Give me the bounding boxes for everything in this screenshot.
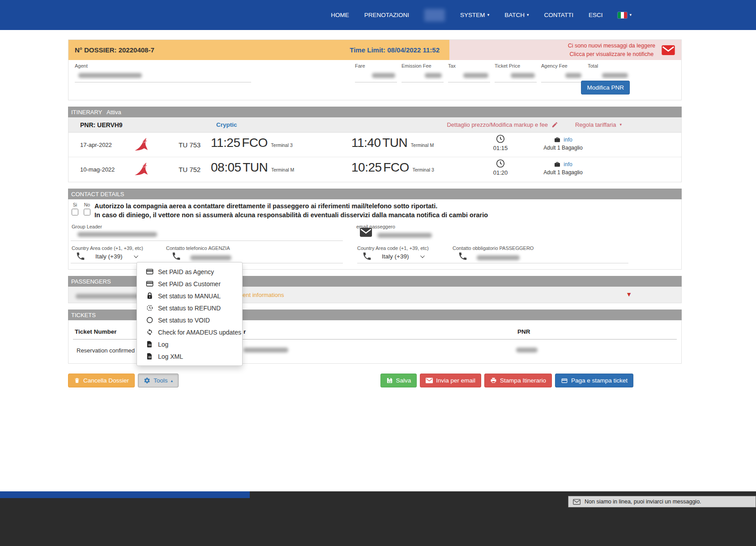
ticket-price-field[interactable]: [495, 69, 537, 82]
departure-segment: 11:25 FCO Terminal 3: [211, 136, 293, 150]
trash-icon: [74, 377, 80, 384]
fare-rule-link[interactable]: Regola tariffaria ▾: [575, 121, 622, 128]
menu-log-xml[interactable]: Log XML: [137, 350, 242, 362]
baggage-info-link[interactable]: info: [564, 161, 572, 168]
cryptic-link[interactable]: Cryptic: [216, 121, 237, 128]
arrival-segment: 11:40 TUN Terminal M: [351, 136, 434, 150]
menu-set-paid-customer[interactable]: Set PAID as Customer: [137, 278, 242, 290]
clock-icon: [495, 134, 505, 144]
language-selector[interactable]: ▾: [618, 12, 632, 18]
emission-fee-field[interactable]: [401, 69, 444, 82]
chevron-down-icon: ▾: [619, 123, 622, 127]
phone-icon: [171, 251, 181, 261]
chevron-down-icon: ▾: [527, 13, 529, 17]
airline-logo-icon: [131, 162, 150, 176]
country-code-select-passenger[interactable]: Italy (+39): [382, 253, 423, 260]
cancella-dossier-button[interactable]: Cancella Dossier: [68, 374, 135, 387]
stampa-itinerario-button[interactable]: Stampa Itinerario: [484, 374, 552, 387]
agency-fee-label: Agency Fee: [541, 63, 568, 69]
passenger-informations-link[interactable]: ent informations: [243, 292, 284, 298]
passenger-phone-label: Contatto obbligatorio PASSEGGERO: [453, 245, 534, 251]
menu-check-amadeus-updates[interactable]: Check for AMADEUS updates: [137, 326, 242, 338]
chat-widget[interactable]: Non siamo in linea, puoi inviarci un mes…: [568, 496, 756, 507]
agency-phone-field[interactable]: [190, 254, 231, 261]
redacted-value: [511, 73, 535, 78]
passengers-title: PASSENGERS: [71, 278, 111, 285]
agency-fee-field[interactable]: [541, 69, 583, 82]
itinerary-title: ITINERARY: [71, 109, 102, 116]
modifica-pnr-button[interactable]: Modifica PNR: [581, 81, 630, 95]
menu-log[interactable]: Log: [137, 338, 242, 350]
briefcase-icon: [554, 161, 561, 168]
nav-active-item-redacted[interactable]: [424, 9, 445, 21]
expand-caret-icon[interactable]: ▼: [626, 291, 632, 298]
chevron-down-icon: [420, 254, 425, 258]
col-ticket-number: Ticket Number: [75, 328, 117, 335]
paga-stampa-ticket-button[interactable]: Paga e stampa ticket: [555, 374, 633, 387]
passenger-email-field[interactable]: [377, 232, 432, 238]
footer-blue-strip: [0, 491, 250, 498]
action-bar: Cancella Dossier Tools ▴ Salva Invia per…: [68, 374, 682, 387]
nav-esci[interactable]: ESCI: [589, 12, 603, 18]
fare-label: Fare: [355, 63, 365, 69]
redacted-value: [602, 73, 628, 78]
refresh-icon: [146, 328, 154, 336]
dossier-number: N° DOSSIER: 20220408-7: [75, 46, 154, 54]
messages-notice[interactable]: Ci sono nuovi messaggi da leggere Clicca…: [449, 40, 681, 60]
contact-details-section: CONTACT DETAILS Si No Autorizzo la compa…: [68, 189, 682, 270]
nav-contatti[interactable]: CONTATTI: [544, 12, 573, 18]
briefcase-icon: [554, 136, 561, 143]
menu-set-paid-agency[interactable]: Set PAID as Agency: [137, 266, 242, 278]
group-leader-field[interactable]: [77, 231, 157, 237]
agent-field[interactable]: [75, 69, 251, 82]
nav-prenotazioni[interactable]: PRENOTAZIONI: [364, 12, 409, 18]
invia-email-button[interactable]: Invia per email: [420, 374, 481, 387]
tools-button[interactable]: Tools ▴: [138, 374, 179, 387]
redacted-value: [516, 348, 538, 353]
emission-fee-label: Emission Fee: [401, 63, 431, 69]
nav-home[interactable]: HOME: [331, 12, 349, 18]
menu-set-status-refund[interactable]: Set status to REFUND: [137, 302, 242, 314]
credit-card-icon: [146, 268, 154, 275]
field-underline: [357, 263, 628, 263]
authorization-line1: Autorizzo la compagnia aerea a contattar…: [94, 202, 437, 210]
mail-icon[interactable]: [662, 45, 675, 55]
contact-title: CONTACT DETAILS: [71, 191, 124, 198]
flight-row: 17-apr-2022 TU 753 11:25 FCO Terminal 3 …: [68, 133, 681, 157]
tax-field[interactable]: [448, 69, 490, 82]
redacted-value: [425, 73, 442, 78]
nav-batch[interactable]: BATCH▾: [504, 12, 529, 18]
history-icon: [146, 304, 154, 312]
credit-card-icon: [561, 378, 568, 384]
save-icon: [386, 377, 393, 384]
price-detail-link[interactable]: Dettaglio prezzo/Modifica markup e fee: [447, 121, 558, 128]
menu-set-status-void[interactable]: Set status to VOID: [137, 314, 242, 326]
fare-field[interactable]: [355, 69, 397, 82]
nav-system[interactable]: SYSTEM▾: [460, 12, 489, 18]
flight-row: 10-mag-2022 TU 752 08:05 TUN Terminal M …: [68, 157, 681, 182]
chevron-down-icon: [134, 254, 138, 258]
top-navbar: HOME PRENOTAZIONI SYSTEM▾ BATCH▾ CONTATT…: [0, 0, 756, 30]
ticket-status: Reservation confirmed (: [77, 347, 138, 354]
redacted-value: [76, 294, 145, 299]
passenger-phone-field[interactable]: [477, 254, 520, 261]
airline-logo-icon: [131, 138, 150, 152]
notice-line2: Clicca per visualizzare le notifiche: [570, 51, 654, 57]
area-code-label: Country Area code (+1, +39, etc): [357, 245, 429, 251]
menu-set-status-manual[interactable]: Set status to MANUAL: [137, 290, 242, 302]
baggage-info-link[interactable]: info: [564, 137, 572, 143]
redacted-value: [477, 255, 520, 260]
country-code-select-agency[interactable]: Italy (+39): [95, 253, 137, 260]
notice-line1: Ci sono nuovi messaggi da leggere: [568, 43, 655, 49]
passenger-name: [76, 292, 145, 299]
si-label: Si: [73, 202, 77, 207]
si-checkbox[interactable]: [72, 209, 78, 215]
redacted-value: [243, 348, 288, 353]
tools-dropup-menu: Set PAID as Agency Set PAID as Customer …: [137, 262, 243, 366]
salva-button[interactable]: Salva: [380, 374, 417, 387]
no-checkbox[interactable]: [84, 209, 90, 215]
chevron-down-icon: ▾: [487, 13, 490, 17]
no-label: No: [84, 202, 90, 207]
authorization-line2: In caso di diniego, il vettore non si as…: [94, 211, 488, 219]
col-passenger-fragment: r: [243, 328, 246, 335]
